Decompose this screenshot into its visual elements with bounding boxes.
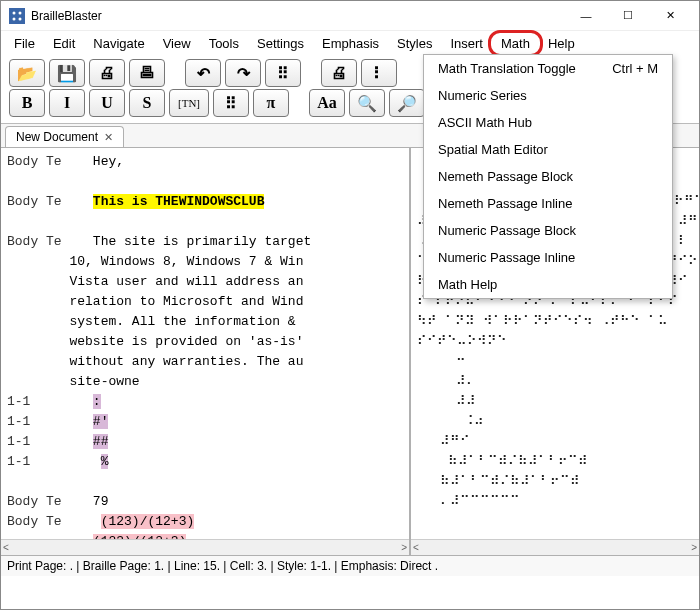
doc-line[interactable]: Body Te 79 (7, 492, 403, 512)
menu-item-spatial-math-editor[interactable]: Spatial Math Editor (424, 136, 672, 163)
zoom-out-icon[interactable]: 🔍 (349, 89, 385, 117)
menu-tools[interactable]: Tools (200, 34, 248, 53)
menu-item-math-translation-toggle[interactable]: Math Translation ToggleCtrl + M (424, 55, 672, 82)
tab-close-icon[interactable]: ✕ (104, 131, 113, 144)
menu-item-label: Math Help (438, 277, 497, 292)
redo-icon[interactable]: ↷ (225, 59, 261, 87)
menu-view[interactable]: View (154, 34, 200, 53)
doc-line[interactable]: 1-1 : (7, 392, 403, 412)
emboss-icon[interactable]: 🖶 (129, 59, 165, 87)
menu-item-nemeth-passage-block[interactable]: Nemeth Passage Block (424, 163, 672, 190)
menu-item-label: Nemeth Passage Inline (438, 196, 572, 211)
braille-line: ⠷⠼⠁⠃⠉⠾⠌⠷⠼⠁⠃⠖⠉⠾ (417, 472, 693, 492)
doc-line[interactable]: without any warranties. The au (7, 352, 403, 372)
menu-item-label: Numeric Passage Block (438, 223, 576, 238)
braille-line: ⠳⠞ ⠁⠝⠽ ⠺⠁⠗⠗⠁⠝⠞⠊⠑⠎⠲ ⠠⠞⠓⠑ ⠁⠥ (417, 312, 693, 332)
tab-new-document[interactable]: New Document ✕ (5, 126, 124, 147)
hscrollbar-left[interactable]: <> (1, 539, 409, 555)
doc-line[interactable]: 10, Windows 8, Windows 7 & Win (7, 252, 403, 272)
menu-item-label: Numeric Series (438, 88, 527, 103)
underline-icon[interactable]: U (89, 89, 125, 117)
doc-line[interactable]: Vista user and will address an (7, 272, 403, 292)
braille-line: ⠷⠼⠁⠃⠉⠾⠌⠷⠼⠁⠃⠖⠉⠾ (417, 452, 693, 472)
hscrollbar-right[interactable]: <> (411, 539, 699, 555)
font-icon[interactable]: Aa (309, 89, 345, 117)
statusbar: Print Page: . | Braille Page: 1. | Line:… (1, 556, 699, 576)
menu-item-nemeth-passage-inline[interactable]: Nemeth Passage Inline (424, 190, 672, 217)
doc-line[interactable]: Body Te (123)/(12+3) (7, 512, 403, 532)
menu-emphasis[interactable]: Emphasis (313, 34, 388, 53)
math-menu-dropdown: Math Translation ToggleCtrl + MNumeric S… (423, 54, 673, 299)
menu-item-label: Nemeth Passage Block (438, 169, 573, 184)
doc-line[interactable]: website is provided on 'as-is' (7, 332, 403, 352)
menu-settings[interactable]: Settings (248, 34, 313, 53)
doc-line[interactable]: 1-1 ## (7, 432, 403, 452)
doc-line[interactable] (7, 472, 403, 492)
app-title: BrailleBlaster (31, 9, 565, 23)
menu-insert[interactable]: Insert (441, 34, 492, 53)
menu-item-label: Spatial Math Editor (438, 142, 548, 157)
menu-file[interactable]: File (5, 34, 44, 53)
close-button[interactable]: ✕ (649, 2, 691, 30)
menu-item-ascii-math-hub[interactable]: ASCII Math Hub (424, 109, 672, 136)
doc-line[interactable]: system. All the information & (7, 312, 403, 332)
braille-preview-icon[interactable]: ⠇ (361, 59, 397, 87)
braille-line: ⠒ (417, 352, 693, 372)
menu-edit[interactable]: Edit (44, 34, 84, 53)
doc-line[interactable]: Body Te Hey, (7, 152, 403, 172)
print-icon[interactable]: 🖨 (89, 59, 125, 87)
braille-line: ⠼⠄ (417, 372, 693, 392)
braille-grid-icon[interactable]: ⠿ (265, 59, 301, 87)
doc-line[interactable]: Body Te This is THEWINDOWSCLUB (7, 192, 403, 212)
menu-item-math-help[interactable]: Math Help (424, 271, 672, 298)
save-icon[interactable]: 💾 (49, 59, 85, 87)
menu-item-label: Math Translation Toggle (438, 61, 576, 76)
app-icon (9, 8, 25, 24)
menubar: FileEditNavigateViewToolsSettingsEmphasi… (1, 31, 699, 55)
menu-styles[interactable]: Styles (388, 34, 441, 53)
svg-point-4 (19, 17, 22, 20)
document-content[interactable]: Body Te Hey, Body Te This is THEWINDOWSC… (1, 148, 409, 555)
source-pane[interactable]: Body Te Hey, Body Te This is THEWINDOWSC… (1, 148, 411, 555)
doc-line[interactable]: site-owne (7, 372, 403, 392)
braille-line: ⠄⠼⠉⠉⠉⠉⠉⠉ (417, 492, 693, 512)
zoom-in-icon[interactable]: 🔎 (389, 89, 425, 117)
svg-point-2 (19, 11, 22, 14)
tab-label: New Document (16, 130, 98, 144)
svg-rect-0 (9, 8, 25, 24)
menu-item-numeric-series[interactable]: Numeric Series (424, 82, 672, 109)
doc-line[interactable]: 1-1 #' (7, 412, 403, 432)
doc-line[interactable]: 1-1 % (7, 452, 403, 472)
menu-math[interactable]: Math (492, 34, 539, 53)
bold-icon[interactable]: B (9, 89, 45, 117)
svg-point-1 (13, 11, 16, 14)
script-icon[interactable]: S (129, 89, 165, 117)
menu-item-shortcut: Ctrl + M (612, 61, 658, 76)
doc-line[interactable] (7, 172, 403, 192)
italic-icon[interactable]: I (49, 89, 85, 117)
menu-item-label: Numeric Passage Inline (438, 250, 575, 265)
print-preview-icon[interactable]: 🖨 (321, 59, 357, 87)
braille-line: ⠼⠼ (417, 392, 693, 412)
minimize-button[interactable]: — (565, 2, 607, 30)
open-icon[interactable]: 📂 (9, 59, 45, 87)
doc-line[interactable] (7, 212, 403, 232)
undo-icon[interactable]: ↶ (185, 59, 221, 87)
status-text: Print Page: . | Braille Page: 1. | Line:… (7, 559, 438, 573)
menu-item-label: ASCII Math Hub (438, 115, 532, 130)
braille-line: ⠼⠛⠊ (417, 432, 693, 452)
braille-dots-icon[interactable]: ⠿ (213, 89, 249, 117)
menu-navigate[interactable]: Navigate (84, 34, 153, 53)
doc-line[interactable]: relation to Microsoft and Wind (7, 292, 403, 312)
titlebar: BrailleBlaster — ☐ ✕ (1, 1, 699, 31)
maximize-button[interactable]: ☐ (607, 2, 649, 30)
menu-item-numeric-passage-block[interactable]: Numeric Passage Block (424, 217, 672, 244)
doc-line[interactable]: Body Te The site is primarily target (7, 232, 403, 252)
braille-line: ⠎⠊⠞⠑⠤⠕⠺⠝⠑ (417, 332, 693, 352)
pi-icon[interactable]: π (253, 89, 289, 117)
tn-icon[interactable]: [TN] (169, 89, 209, 117)
braille-line: ⠨⠴ (417, 412, 693, 432)
menu-item-numeric-passage-inline[interactable]: Numeric Passage Inline (424, 244, 672, 271)
menu-help[interactable]: Help (539, 34, 584, 53)
svg-point-3 (13, 17, 16, 20)
